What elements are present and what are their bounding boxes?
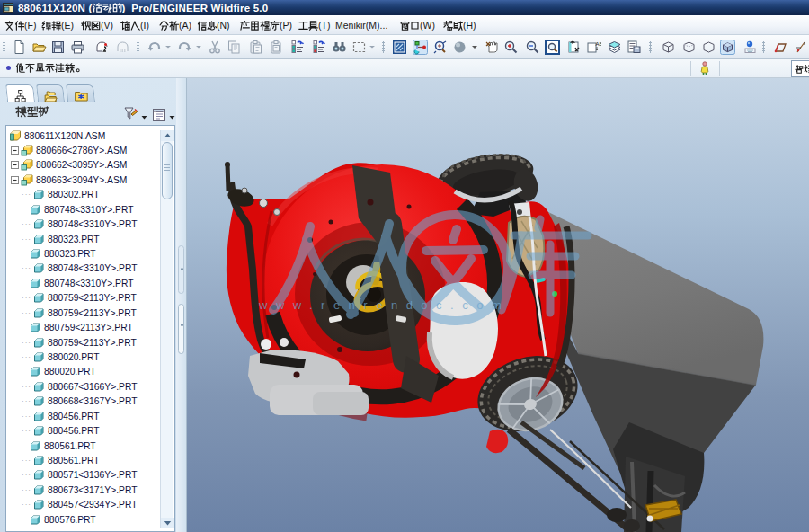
- svg-text:AB: AB: [596, 41, 602, 47]
- svg-text:www.renrendoc.com: www.renrendoc.com: [258, 298, 510, 312]
